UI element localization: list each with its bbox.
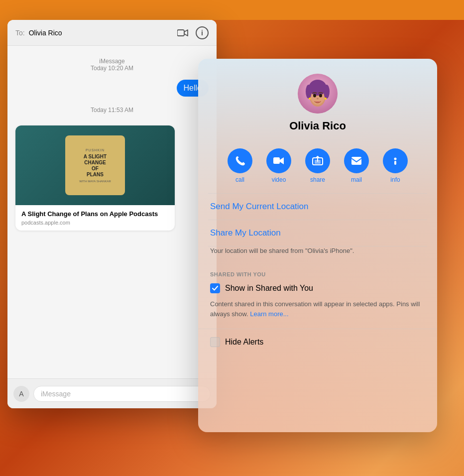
- svg-point-5: [306, 85, 312, 99]
- message-input[interactable]: iMessage: [33, 386, 211, 402]
- show-shared-checkbox[interactable]: [210, 283, 220, 293]
- info-icon: i: [201, 29, 203, 37]
- recipient-name: Olivia Rico: [29, 29, 172, 37]
- show-shared-label: Show in Shared with You: [225, 284, 313, 293]
- mail-action-button[interactable]: mail: [344, 148, 369, 183]
- video-action-button[interactable]: video: [266, 148, 291, 183]
- message-bubble-container: Hello: [15, 80, 209, 97]
- link-card[interactable]: PUSHKIN A SLIGHT CHANGE OF PLANS WITH MA…: [15, 125, 175, 231]
- share-location-link[interactable]: Share My Location: [198, 220, 437, 246]
- svg-point-16: [394, 158, 397, 160]
- shared-note-text: Content shared in this conversation will…: [210, 300, 420, 318]
- share-button-circle: [305, 148, 330, 173]
- action-buttons-row: call video share: [198, 144, 437, 193]
- location-note: Your location will be shared from "Olivi…: [198, 246, 437, 263]
- svg-rect-12: [273, 157, 280, 164]
- call-button-circle: [228, 148, 252, 173]
- video-button-circle: [266, 148, 291, 173]
- share-screen-action-button[interactable]: share: [305, 148, 330, 183]
- share-label: share: [310, 176, 325, 183]
- info-label: info: [390, 176, 400, 183]
- call-action-button[interactable]: call: [228, 148, 252, 183]
- svg-rect-17: [394, 161, 396, 165]
- video-label: video: [272, 176, 286, 183]
- svg-rect-0: [177, 30, 184, 36]
- avatar: [298, 74, 338, 114]
- svg-point-7: [313, 94, 316, 98]
- svg-point-6: [324, 85, 330, 99]
- top-bar: [0, 0, 464, 20]
- mail-label: mail: [351, 176, 362, 183]
- messages-input-bar: A iMessage: [7, 378, 217, 408]
- podcast-cover: PUSHKIN A SLIGHT CHANGE OF PLANS WITH MA…: [65, 135, 125, 195]
- svg-point-10: [309, 98, 311, 100]
- podcast-subtitle: WITH MAYA SHANKAR: [79, 180, 111, 183]
- shared-note: Content shared in this conversation will…: [198, 299, 437, 327]
- podcast-pushin-label: PUSHKIN: [86, 148, 105, 152]
- input-placeholder: iMessage: [41, 390, 71, 398]
- messages-titlebar: To: Olivia Rico i: [7, 20, 217, 46]
- hide-alerts-label: Hide Alerts: [225, 338, 263, 347]
- learn-more-link[interactable]: Learn more...: [250, 310, 288, 318]
- link-card-title: A Slight Change of Plans on Apple Podcas…: [21, 210, 169, 219]
- link-card-info: A Slight Change of Plans on Apple Podcas…: [15, 205, 175, 231]
- app-store-button[interactable]: A: [13, 386, 29, 402]
- link-card-url: podcasts.apple.com: [21, 220, 169, 226]
- to-label: To:: [15, 29, 25, 37]
- contact-info-panel: Olivia Rico call video: [198, 59, 437, 432]
- titlebar-icons: i: [176, 26, 209, 39]
- avatar-section: Olivia Rico: [198, 59, 437, 144]
- mail-button-circle: [344, 148, 369, 173]
- show-shared-row: Show in Shared with You: [198, 281, 437, 299]
- hide-alerts-checkbox[interactable]: [210, 337, 220, 347]
- svg-point-11: [325, 98, 327, 100]
- call-label: call: [235, 176, 244, 183]
- messages-body: iMessage Today 10:20 AM Hello Today 11:5…: [7, 46, 217, 238]
- app-store-icon: A: [19, 390, 23, 398]
- contact-name: Olivia Rico: [289, 119, 346, 132]
- svg-point-8: [319, 94, 322, 98]
- avatar-image: [298, 74, 338, 114]
- messages-window: To: Olivia Rico i iMessage Today 10:20 A…: [7, 20, 217, 408]
- info-button-circle: [383, 148, 408, 173]
- info-button[interactable]: i: [196, 26, 209, 39]
- send-location-link[interactable]: Send My Current Location: [198, 194, 437, 220]
- shared-with-you-header: SHARED WITH YOU: [198, 263, 437, 281]
- svg-rect-15: [351, 157, 361, 165]
- timestamp-2: Today 11:53 AM: [15, 107, 209, 114]
- podcast-title: A SLIGHT CHANGE OF PLANS: [84, 154, 107, 178]
- link-card-image: PUSHKIN A SLIGHT CHANGE OF PLANS WITH MA…: [15, 125, 175, 205]
- video-call-button[interactable]: [176, 28, 190, 38]
- info-action-button[interactable]: info: [383, 148, 408, 183]
- hide-alerts-row: Hide Alerts: [198, 329, 437, 355]
- svg-point-9: [317, 98, 319, 100]
- timestamp-1: iMessage Today 10:20 AM: [15, 58, 209, 72]
